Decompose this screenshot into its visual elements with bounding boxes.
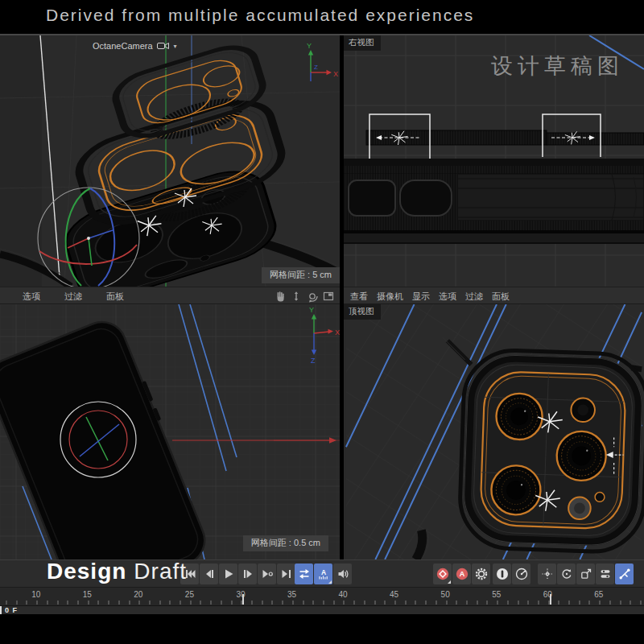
goto-end-button[interactable] <box>277 564 295 584</box>
playback-mode-controls: A <box>295 564 353 584</box>
animation-toolbar: A ‹ 0 F › <box>0 559 644 587</box>
record-keyframe-icon <box>436 568 449 580</box>
timeline-ruler[interactable]: 101520253035404550556065 <box>0 587 644 605</box>
front-view-scene: Y X Z <box>0 304 340 559</box>
viewport-right[interactable]: 右视图 设计草稿图 <box>344 35 644 287</box>
speaker-icon <box>336 568 349 580</box>
loop-icon <box>298 568 311 580</box>
keying-controls: A <box>433 564 491 584</box>
camera-icon <box>157 42 170 50</box>
right-view-menu-item-4[interactable]: 选项 <box>439 291 456 303</box>
perspective-menu-item-1[interactable]: 选项 <box>23 291 40 303</box>
ruler-number-11: 60 <box>522 590 573 599</box>
camera-menu-caret-icon[interactable]: ▾ <box>174 43 177 50</box>
ruler-number-1: 10 <box>10 590 62 599</box>
viewport-perspective[interactable]: Y X Z OctaneCamera ▾ 网格间距 : 5 cm <box>0 35 340 287</box>
next-frame-icon <box>242 568 254 580</box>
frame-indicator-bar[interactable]: 0 F <box>0 605 644 614</box>
right-view-menu-item-2[interactable]: 摄像机 <box>377 291 403 303</box>
goto-start-button[interactable] <box>180 564 199 584</box>
transport-controls <box>180 564 296 584</box>
ruler-number-3: 20 <box>113 590 164 599</box>
keying-settings-button[interactable] <box>472 564 490 584</box>
playhead-marker[interactable] <box>0 606 2 614</box>
axis-y-label: Y <box>307 42 312 50</box>
position-key-toggle-button[interactable] <box>493 564 511 584</box>
loop-playback-button[interactable] <box>295 564 313 584</box>
perspective-menu-item-2[interactable]: 过滤 <box>64 291 82 303</box>
goto-start-icon <box>184 568 196 580</box>
viewport-label: 右视图 <box>344 35 381 51</box>
top-view-scene <box>344 304 644 559</box>
gear-icon <box>475 568 488 580</box>
c4d-window: Derived from multiple accumulated experi… <box>0 0 644 644</box>
ruler-number-6: 35 <box>266 590 318 599</box>
autokey-track-button[interactable]: A <box>314 564 332 584</box>
right-view-menu-item-3[interactable]: 显示 <box>412 291 430 303</box>
rotation-key-toggle-button[interactable] <box>512 564 530 584</box>
viewport-menubar-perspective: 选项过滤面板 <box>0 287 340 304</box>
sliders-icon <box>599 568 612 580</box>
ruler-ticks <box>0 601 644 605</box>
ruler-number-9: 50 <box>419 590 471 599</box>
right-view-menu-item-1[interactable]: 查看 <box>350 291 368 303</box>
bottom-spacer <box>0 614 644 644</box>
next-frame-button[interactable] <box>238 564 257 584</box>
ruler-number-8: 45 <box>369 590 420 599</box>
play-button[interactable] <box>219 564 237 584</box>
pan-hand-icon[interactable] <box>274 290 287 303</box>
ruler-number-10: 55 <box>471 590 522 599</box>
zoom-arrows-icon[interactable] <box>290 290 303 303</box>
axis-z-label: Z <box>314 64 318 71</box>
record-keyframe-button[interactable] <box>433 564 452 584</box>
grid-spacing-label: 网格间距 : 0.5 cm <box>243 535 328 551</box>
snap-toggle-button[interactable] <box>615 564 634 584</box>
camera-bump-model[interactable] <box>459 349 644 553</box>
previous-key-button[interactable] <box>200 564 218 584</box>
next-key-icon <box>261 568 274 580</box>
timeline-marker-60[interactable] <box>550 594 551 605</box>
ruler-number-5: 30 <box>215 590 266 599</box>
svg-text:A: A <box>320 568 325 576</box>
axis-x-label: X <box>335 328 340 336</box>
next-key-button[interactable] <box>258 564 276 584</box>
sound-button[interactable] <box>333 564 352 584</box>
ruler-number-12: 65 <box>573 590 625 599</box>
perspective-menu-item-3[interactable]: 面板 <box>106 291 124 303</box>
play-icon <box>222 568 235 580</box>
move-tool-icon <box>541 568 554 580</box>
ruler-number-2: 15 <box>62 590 114 599</box>
camera-name: OctaneCamera <box>93 41 153 51</box>
snap-icon <box>618 568 631 580</box>
position-key-icon <box>496 568 509 580</box>
right-view-menu-item-5[interactable]: 过滤 <box>465 291 483 303</box>
ruler-numbers: 101520253035404550556065 <box>10 590 625 599</box>
grid-spacing-label: 网格间距 : 5 cm <box>262 267 340 283</box>
move-tool-button[interactable] <box>538 564 556 584</box>
right-view-menu-item-6[interactable]: 面板 <box>492 291 510 303</box>
scale-tool-icon <box>580 568 592 580</box>
layer-settings-button[interactable] <box>596 564 614 584</box>
rotate-tool-icon <box>560 568 573 580</box>
menu-items: 选项过滤面板 <box>0 287 148 305</box>
key-filter-controls <box>493 564 531 584</box>
perspective-scene: Y X Z <box>0 35 340 287</box>
axis-z-label: Z <box>311 357 316 365</box>
camera-label[interactable]: OctaneCamera ▾ <box>93 41 177 51</box>
orbit-rotate-icon[interactable] <box>306 290 319 303</box>
axis-x-label: X <box>333 70 338 78</box>
page-title: Derived from multiple accumulated experi… <box>46 6 474 25</box>
rotate-tool-button[interactable] <box>557 564 576 584</box>
scale-tool-button[interactable] <box>576 564 595 584</box>
svg-text:A: A <box>459 570 464 578</box>
viewport-top[interactable]: 顶视图 <box>344 304 644 559</box>
axis-y-label: Y <box>309 306 314 314</box>
rotation-key-icon <box>515 568 528 580</box>
autokey-button[interactable]: A <box>452 564 471 584</box>
maximize-viewport-icon[interactable] <box>322 290 335 303</box>
keyframe-track-icon: A <box>317 568 330 580</box>
viewport-menubar-right: 查看摄像机显示选项过滤面板 <box>344 287 644 304</box>
viewport-front[interactable]: Y X Z 网格间距 : 0.5 cm <box>0 304 340 559</box>
timeline-marker-30[interactable] <box>242 594 244 605</box>
ruler-number-7: 40 <box>317 590 369 599</box>
